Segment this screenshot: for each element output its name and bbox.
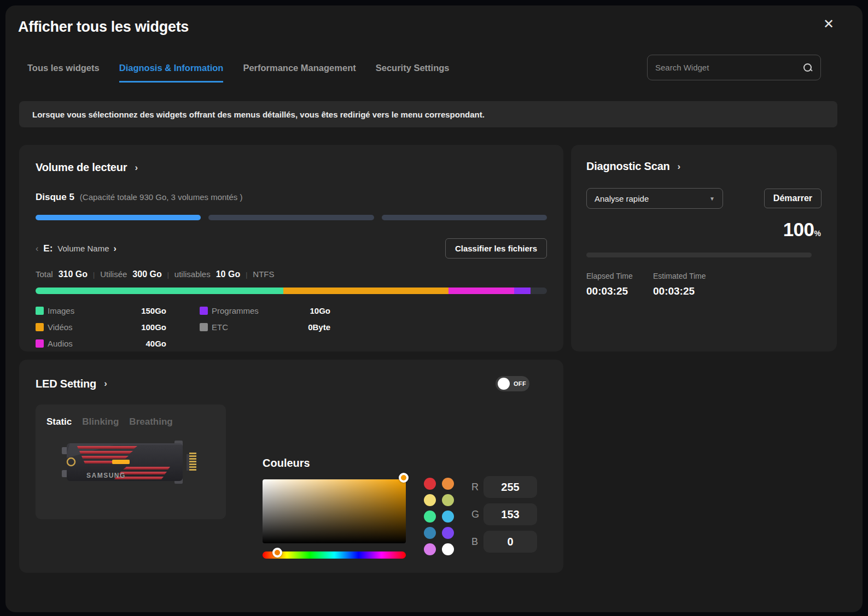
colors-title: Couleurs [263,457,310,470]
legend-swatch-etc [200,323,208,331]
blue-label: B [471,536,483,548]
separator: | [93,271,95,279]
color-swatches [424,478,454,555]
legend-label: Audios [48,339,121,348]
color-gradient-picker[interactable] [263,479,406,543]
red-field[interactable] [483,476,537,498]
notice-text: Lorsque vous sélectionnez des widgets of… [32,110,485,119]
total-label: Total [36,269,53,279]
volume-bar-active[interactable] [36,215,201,220]
red-label: R [471,482,483,493]
volume-name: Volume Name [57,244,109,253]
green-field[interactable] [483,503,537,525]
swatch-red[interactable] [424,478,436,490]
percent-sign: % [814,229,821,238]
swatch-yellow-green[interactable] [442,494,454,506]
diagnostic-scan-card: Diagnostic Scan › Analyse rapide ▼ Démar… [571,145,837,351]
swatch-orange[interactable] [442,478,454,490]
gradient-cursor[interactable] [399,473,409,483]
used-value: 300 Go [132,269,161,279]
legend-value: 100Go [125,322,166,332]
usage-segment-videos [283,288,448,294]
mode-tab-breathing[interactable]: Breathing [129,416,172,427]
legend-value: 0Byte [289,322,330,332]
green-label: G [471,509,483,520]
search-icon[interactable] [803,63,813,73]
mode-tab-blinking[interactable]: Blinking [82,416,119,427]
swatch-white[interactable] [442,543,454,555]
hue-slider-knob[interactable] [272,548,282,558]
diagnostic-card-chevron-icon[interactable]: › [678,161,681,172]
chevron-down-icon: ▼ [709,196,715,202]
volume-bar[interactable] [208,215,374,220]
toggle-knob [498,378,510,390]
prev-volume-icon[interactable]: ‹ [36,244,38,254]
blue-field[interactable] [483,531,537,553]
legend-label: Vidéos [48,322,121,332]
ssd-brand-text: SAMSUNG [86,472,126,479]
rgb-fields: R G B [471,476,537,558]
legend-swatch-audios [36,339,44,348]
diagnostic-card-title: Diagnostic Scan [586,160,670,173]
percent-value: 100 [783,219,814,240]
volume-card-chevron-icon[interactable]: › [135,162,138,173]
tab-security-settings[interactable]: Security Settings [376,63,450,83]
elapsed-time-value: 00:03:25 [586,285,653,297]
scan-type-value: Analyse rapide [595,194,709,203]
led-card-chevron-icon[interactable]: › [104,378,107,389]
separator: | [246,271,247,279]
total-value: 310 Go [59,269,88,279]
next-volume-icon[interactable]: › [114,244,116,254]
toggle-state-label: OFF [514,380,526,387]
legend-item-etc: ETC 0Byte [200,319,364,335]
search-input[interactable] [655,63,803,72]
tab-tous-les-widgets[interactable]: Tous les widgets [27,63,100,83]
legend-item-videos: Vidéos 100Go [36,319,200,335]
swatch-steel-blue[interactable] [424,527,436,539]
legend-label: Images [48,306,121,315]
led-card-title: LED Setting [36,378,96,390]
scan-times: Elapsed Time 00:03:25 Estimated Time 00:… [586,272,822,297]
notice-banner: Lorsque vous sélectionnez des widgets of… [19,101,837,127]
usage-bar [36,288,547,294]
start-scan-button[interactable]: Démarrer [764,189,822,208]
usage-segment-programmes [514,288,531,294]
legend-swatch-videos [36,323,44,331]
legend-item-audios: Audios 40Go [36,335,200,351]
usage-segment-audios [448,288,515,294]
legend-value: 40Go [125,339,166,348]
legend-item-images: Images 150Go [36,302,200,319]
search-widget-box [647,55,821,80]
led-mode-panel: Static Blinking Breathing [36,404,226,519]
disk-name: Disque 5 [36,192,74,203]
mode-tab-static[interactable]: Static [46,416,72,427]
free-label: utilisables [174,269,211,279]
classify-files-button[interactable]: Classifier les fichiers [445,238,547,259]
swatch-sky-blue[interactable] [442,511,454,523]
led-setting-card: LED Setting › OFF Static Blinking Breath… [19,360,563,573]
hue-slider[interactable] [263,552,406,559]
swatch-orchid[interactable] [424,543,436,555]
scan-type-select[interactable]: Analyse rapide ▼ [586,188,723,209]
elapsed-time-label: Elapsed Time [586,272,653,280]
used-label: Utilisée [100,269,127,279]
scan-progress-bar [586,253,812,257]
legend-swatch-programmes [200,307,208,315]
usage-legend: Images 150Go Vidéos 100Go Audios 40Go Pr… [36,302,547,351]
led-toggle[interactable]: OFF [496,376,529,391]
tab-diagnosis-information[interactable]: Diagnosis & Information [119,63,224,83]
tab-performance-management[interactable]: Performance Management [243,63,356,83]
volume-bar[interactable] [382,215,547,220]
separator: | [167,271,169,279]
volume-stats: Total 310 Go | Utilisée 300 Go | utilisa… [36,269,547,279]
volume-card: Volume de lecteur › Disque 5 (Capacité t… [19,145,563,351]
scan-progress-percent: 100% [586,219,822,240]
close-icon[interactable]: ✕ [823,17,834,31]
tab-bar: Tous les widgets Diagnosis & Information… [27,63,450,83]
estimated-time-label: Estimated Time [653,272,706,280]
disk-capacity-info: (Capacité totale 930 Go, 3 volumes monté… [80,192,243,202]
swatch-purple[interactable] [442,527,454,539]
ssd-image: SAMSUNG [62,436,200,489]
swatch-green[interactable] [424,511,436,523]
swatch-yellow[interactable] [424,494,436,506]
